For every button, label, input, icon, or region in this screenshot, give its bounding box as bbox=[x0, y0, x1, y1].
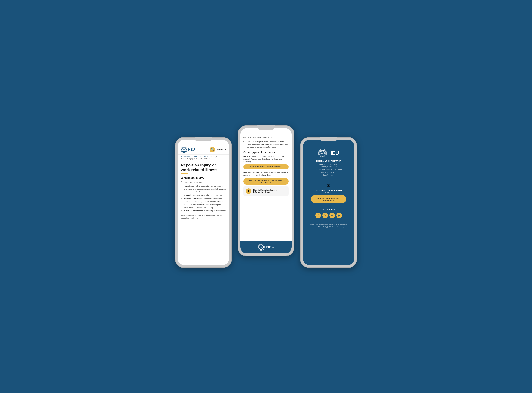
list-item: Gradual: Repetitive strain injury or chr… bbox=[184, 194, 226, 196]
footer-text: Never let anyone stop you from reporting… bbox=[181, 214, 226, 220]
address: 5000 North Fraser Way, Burnaby, BC V5J 5… bbox=[307, 163, 350, 177]
search-button[interactable]: 🔍 bbox=[210, 147, 215, 152]
social-icons: f 𝕏 ⊕ ▶ bbox=[307, 213, 350, 218]
youtube-icon[interactable]: ▶ bbox=[337, 213, 342, 218]
logo-text: HEU bbox=[188, 148, 195, 151]
near-miss-text: Near miss incident: An event that had th… bbox=[244, 171, 288, 177]
notch-left bbox=[194, 137, 212, 142]
page-title: Report an injury or work-related illness bbox=[181, 163, 226, 172]
phone3-logo-row: HEU HEU bbox=[307, 149, 350, 157]
download-label: How to Report an Injury - Information Sh… bbox=[253, 189, 286, 193]
scene: HEU HEU 🔍 MENU ▾ Home / Member Resources… bbox=[139, 125, 393, 268]
footer-logo-circle: HEU bbox=[258, 244, 265, 251]
org-name: Hospital Employees Union bbox=[307, 160, 350, 162]
list-item: Immediate: A fall, a needlestick, an exp… bbox=[184, 184, 226, 193]
phone-center: can participate in any investigation. 6.… bbox=[238, 125, 294, 256]
section1-intro: An injury incident can be: bbox=[181, 181, 226, 183]
privacy-policy-link[interactable]: Legal & Privacy Policy bbox=[312, 226, 327, 228]
near-miss-block: Near miss incident: An event that had th… bbox=[244, 171, 288, 185]
list-item: Mental health related: Stress and trauma… bbox=[184, 197, 226, 209]
divider3 bbox=[311, 221, 346, 221]
footer-heu-text: HEU bbox=[266, 245, 274, 249]
numbered-item: can participate in any investigation. bbox=[244, 136, 288, 139]
logo-circle: HEU bbox=[181, 147, 187, 153]
heu-logo: HEU HEU bbox=[181, 147, 195, 153]
breadcrumb-health-safety[interactable]: Health & safety bbox=[204, 156, 216, 158]
breadcrumb-current: Report an injury or work-related illness bbox=[181, 158, 211, 160]
divider2 bbox=[311, 206, 346, 206]
notch-right bbox=[320, 137, 338, 142]
phone3-heu-text: HEU bbox=[328, 150, 339, 156]
phone2-footer: HEU HEU bbox=[240, 241, 292, 253]
logo-inner: HEU bbox=[181, 147, 187, 152]
follow-label: FOLLOW HEU bbox=[307, 209, 350, 211]
hazard-text: Hazard: A thing or condition that could … bbox=[244, 155, 288, 163]
title-underline bbox=[181, 173, 188, 174]
breadcrumb-member-resources[interactable]: Member Resources bbox=[187, 156, 203, 158]
affinity-bridge-link[interactable]: Affinity Bridge bbox=[336, 226, 345, 228]
menu-button[interactable]: MENU ▾ bbox=[217, 148, 226, 151]
phone-right: HEU HEU Hospital Employees Union 5000 No… bbox=[300, 137, 357, 268]
phone-left: HEU HEU 🔍 MENU ▾ Home / Member Resources… bbox=[175, 137, 232, 268]
list-item: A work-related illness or an occupationa… bbox=[184, 209, 226, 212]
phone3-body: HEU HEU Hospital Employees Union 5000 No… bbox=[303, 145, 354, 231]
envelope-icon: ✉ bbox=[311, 183, 346, 188]
other-incidents-title: Other types of incidents bbox=[244, 151, 288, 154]
hazards-button[interactable]: FIND OUT MORE ABOUT HAZARDS. bbox=[244, 164, 288, 169]
breadcrumb-home[interactable]: Home bbox=[181, 156, 186, 158]
bullet-list: Immediate: A fall, a needlestick, an exp… bbox=[181, 184, 226, 212]
phone3-logo-circle: HEU bbox=[318, 149, 327, 157]
nav-bar: HEU HEU 🔍 MENU ▾ bbox=[178, 145, 229, 155]
move-question: DID YOU MOVE? NEW PHONE NUMBER? bbox=[311, 189, 346, 193]
near-miss-button[interactable]: FIND OUT MORE ABOUT "NEAR MISS" INCIDENT… bbox=[244, 178, 288, 185]
download-card[interactable]: ⬇ How to Report an Injury - Information … bbox=[244, 187, 288, 196]
facebook-icon[interactable]: f bbox=[315, 213, 321, 218]
svg-text:HEU: HEU bbox=[183, 149, 185, 150]
svg-text:HEU: HEU bbox=[321, 153, 324, 154]
numbered-item: 6. Follow up with your JOHS Committee wo… bbox=[244, 140, 288, 149]
svg-text:HEU: HEU bbox=[260, 246, 262, 248]
hazard-block: Hazard: A thing or condition that could … bbox=[244, 155, 288, 170]
download-icon: ⬇ bbox=[246, 188, 251, 194]
nav-right: 🔍 MENU ▾ bbox=[210, 147, 226, 152]
section1-title: What is an injury? bbox=[181, 176, 226, 179]
phone2-body: can participate in any investigation. 6.… bbox=[240, 133, 292, 241]
copyright-text: © 2023 Hospital Employees' Union. All ri… bbox=[307, 223, 350, 228]
phone3-logo-inner: HEU bbox=[319, 150, 326, 157]
footer-logo-inner: HEU bbox=[258, 244, 264, 250]
twitter-icon[interactable]: 𝕏 bbox=[322, 213, 328, 218]
instagram-icon[interactable]: ⊕ bbox=[329, 213, 335, 218]
notch-center bbox=[257, 125, 275, 130]
phone1-body: Report an injury or work-related illness… bbox=[178, 161, 229, 223]
move-section: ✉ DID YOU MOVE? NEW PHONE NUMBER? UPDATE… bbox=[307, 183, 350, 203]
divider1 bbox=[311, 180, 346, 180]
update-contact-button[interactable]: UPDATE YOUR CONTACT INFORMATION bbox=[311, 195, 346, 203]
breadcrumb: Home / Member Resources / Health & safet… bbox=[178, 155, 229, 161]
